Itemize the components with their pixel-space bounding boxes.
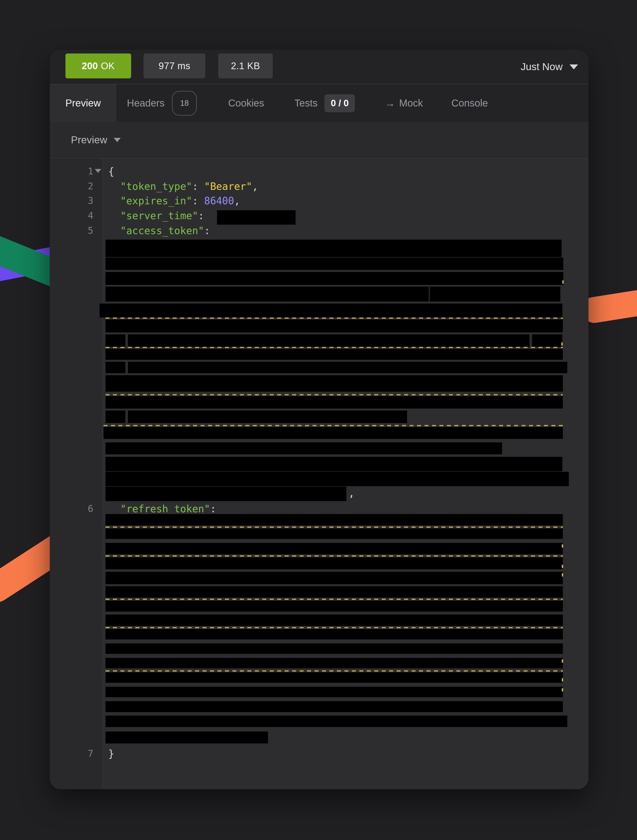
redacted-text-peek: [106, 598, 563, 600]
redaction-layer: [50, 158, 588, 789]
redaction-bar: [106, 687, 563, 697]
response-status-bar: 200 OK 977 ms 2.1 KB Just Now: [50, 50, 588, 84]
redacted-text-peek: [106, 526, 563, 528]
response-history-dropdown[interactable]: Just Now: [520, 50, 578, 84]
redaction-bar: [106, 557, 563, 569]
status-code: 200: [82, 61, 98, 71]
redacted-text-peek: [106, 555, 563, 557]
redaction-bar: [106, 614, 563, 626]
redaction-bar: [106, 658, 563, 668]
redaction-bar: [128, 411, 407, 423]
redaction-bar: [106, 272, 563, 285]
redacted-text-peek: [562, 688, 563, 692]
redaction-bar: [106, 529, 563, 539]
redaction-bar: [106, 362, 125, 373]
status-badge: 200 OK: [65, 54, 131, 78]
status-reason: OK: [101, 61, 115, 71]
redaction-bar: [100, 303, 562, 317]
redaction-bar: [106, 572, 563, 584]
redacted-text-peek: [562, 573, 563, 576]
redaction-bar: [106, 349, 563, 360]
redacted-text-peek: [562, 280, 564, 284]
redaction-bar: [106, 715, 567, 727]
tab-headers[interactable]: Headers 18: [127, 84, 197, 122]
response-tab-bar: Preview Headers 18 Cookies Tests 0 / 0 →…: [50, 84, 588, 122]
redaction-bar: [106, 487, 346, 501]
preview-mode-dropdown[interactable]: Preview: [71, 122, 121, 158]
redaction-bar: [104, 427, 563, 439]
redaction-bar: [106, 457, 562, 471]
redaction-bar: [217, 210, 296, 225]
arrow-right-icon: →: [385, 97, 395, 109]
response-history-label: Just Now: [520, 61, 563, 73]
redaction-bar: [106, 672, 563, 683]
headers-count-badge: 18: [172, 91, 197, 116]
redacted-text-peek: [106, 394, 563, 395]
redaction-bar: [430, 287, 560, 302]
redaction-bar: [106, 731, 268, 744]
redaction-bar: [106, 586, 563, 598]
tab-preview[interactable]: Preview: [50, 84, 117, 122]
redaction-bar: [106, 375, 563, 392]
tab-cookies[interactable]: Cookies: [228, 84, 264, 122]
redaction-bar: [106, 411, 125, 423]
tab-mock[interactable]: → Mock: [385, 84, 423, 122]
redacted-text-peek: [106, 670, 563, 671]
redaction-bar: [106, 643, 563, 654]
redaction-bar: [106, 601, 563, 612]
redaction-bar: [128, 362, 567, 373]
redacted-text-peek: [562, 545, 563, 548]
redaction-bar: [106, 472, 569, 486]
preview-mode-label: Preview: [71, 134, 107, 146]
redaction-bar: [106, 240, 562, 257]
tab-tests[interactable]: Tests 0 / 0: [294, 84, 355, 122]
response-time-badge: 977 ms: [144, 54, 205, 78]
redaction-bar: [106, 335, 125, 347]
redaction-bar: [106, 396, 563, 409]
tab-console-label: Console: [451, 98, 488, 109]
redaction-bar: [106, 442, 502, 454]
tab-cookies-label: Cookies: [228, 98, 264, 109]
redacted-text-peek: [562, 678, 563, 682]
response-size-badge: 2.1 KB: [218, 54, 273, 78]
preview-mode-bar: Preview: [50, 122, 588, 158]
tab-tests-label: Tests: [294, 98, 318, 109]
response-panel: 200 OK 977 ms 2.1 KB Just Now Preview He…: [50, 50, 588, 789]
redaction-bar: [106, 543, 563, 554]
redacted-text-peek: [106, 347, 563, 348]
redaction-bar: [106, 514, 563, 526]
redacted-text-peek: [562, 659, 563, 663]
tab-preview-label: Preview: [65, 98, 101, 109]
redacted-text-peek: [104, 425, 563, 426]
chevron-down-icon: [569, 65, 578, 69]
redacted-text-peek: [106, 627, 563, 628]
tab-mock-label: Mock: [399, 98, 423, 109]
tab-console[interactable]: Console: [451, 84, 488, 122]
redaction-bar: [532, 335, 562, 347]
redacted-text-peek: [561, 343, 563, 346]
redaction-bar: [106, 319, 563, 332]
response-body-editor: 1 { 2 "token_type": "Bearer", 3 "expires…: [50, 158, 588, 789]
chevron-down-icon: [114, 138, 121, 142]
redacted-text-peek: [562, 565, 563, 568]
redaction-bar: [128, 335, 530, 347]
redacted-text-peek: [106, 317, 563, 319]
redaction-bar: [106, 629, 563, 639]
redaction-bar: [106, 287, 429, 302]
tab-headers-label: Headers: [127, 98, 164, 109]
tests-count-badge: 0 / 0: [324, 94, 355, 112]
redaction-bar: [106, 701, 563, 712]
decor-orange-band-right: [581, 289, 637, 325]
page-background: { "colors": { "status_green": "#73a81e",…: [0, 0, 637, 840]
redaction-bar: [106, 257, 563, 270]
